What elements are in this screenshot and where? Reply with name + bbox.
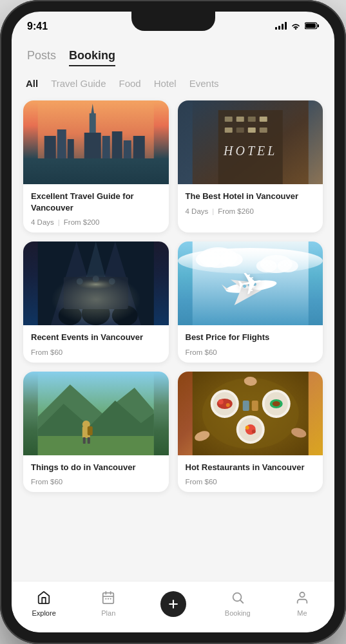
- card-body-3: Recent Events in Vancouver From $60: [23, 325, 169, 363]
- card-title-5: Things to do in Vancouver: [31, 462, 161, 473]
- card-body-1: Excellent Travel Guide for Vancouver 4 D…: [23, 184, 169, 232]
- card-title-3: Recent Events in Vancouver: [31, 332, 161, 343]
- nav-plan[interactable]: Plan: [76, 591, 140, 617]
- card-image-hotel: HOTEL: [178, 100, 323, 184]
- nav-plan-label: Plan: [101, 609, 115, 617]
- phone-screen: 9:41: [12, 12, 334, 632]
- card-price-4: From $60: [186, 348, 217, 356]
- add-button[interactable]: [160, 591, 186, 617]
- wifi-icon: [291, 22, 301, 30]
- card-meta-3: From $60: [31, 348, 161, 356]
- svg-rect-24: [236, 128, 244, 133]
- card-body-5: Things to do in Vancouver From $60: [23, 455, 169, 493]
- svg-rect-82: [242, 401, 249, 411]
- filter-events[interactable]: Events: [188, 75, 220, 91]
- svg-line-94: [240, 600, 243, 603]
- svg-point-52: [247, 283, 251, 287]
- nav-me-label: Me: [297, 609, 307, 617]
- card-meta-4: From $60: [186, 348, 316, 356]
- tab-posts[interactable]: Posts: [27, 49, 56, 66]
- svg-point-37: [77, 278, 83, 285]
- card-restaurants[interactable]: Hot Restaurants in Vancouver From $60: [178, 372, 323, 493]
- svg-point-36: [77, 278, 115, 289]
- filter-travel-guide[interactable]: Travel Guide: [50, 75, 107, 91]
- tab-booking[interactable]: Booking: [69, 49, 115, 66]
- card-meta-6: From $60: [186, 478, 316, 486]
- svg-point-39: [109, 278, 115, 285]
- svg-rect-16: [38, 162, 154, 163]
- card-image-vancouver-city: [23, 100, 169, 184]
- svg-rect-12: [112, 131, 122, 165]
- filter-hotel[interactable]: Hotel: [153, 75, 178, 91]
- svg-point-32: [59, 306, 82, 325]
- plan-icon: [101, 591, 115, 607]
- nav-booking[interactable]: Booking: [206, 591, 270, 617]
- svg-point-46: [277, 260, 298, 272]
- card-price-6: From $60: [186, 478, 217, 486]
- svg-point-95: [300, 592, 304, 597]
- header-tabs: Posts Booking: [12, 44, 334, 69]
- svg-point-34: [112, 305, 138, 325]
- svg-point-51: [242, 285, 246, 289]
- card-events[interactable]: Recent Events in Vancouver From $60: [23, 242, 169, 363]
- svg-point-45: [256, 260, 276, 272]
- svg-rect-13: [124, 140, 131, 165]
- svg-rect-2: [305, 23, 316, 28]
- svg-point-33: [82, 302, 110, 325]
- card-days-2: 4 Days: [186, 207, 209, 215]
- card-title-6: Hot Restaurants in Vancouver: [186, 462, 316, 473]
- svg-rect-61: [83, 437, 86, 444]
- svg-rect-21: [247, 117, 255, 122]
- card-price-1: From $200: [64, 218, 100, 226]
- svg-rect-6: [57, 129, 66, 165]
- main-content: Posts Booking All Travel Guide Food Hote…: [12, 44, 334, 632]
- svg-point-75: [272, 401, 280, 406]
- svg-rect-60: [88, 426, 93, 435]
- nav-add[interactable]: [140, 591, 205, 617]
- nav-explore[interactable]: Explore: [12, 591, 76, 617]
- card-mountains[interactable]: Things to do in Vancouver From $60: [23, 372, 169, 493]
- svg-rect-1: [318, 24, 319, 28]
- cards-grid: Excellent Travel Guide for Vancouver 4 D…: [12, 98, 334, 495]
- filter-all[interactable]: All: [24, 75, 39, 91]
- signal-icon: [275, 22, 287, 30]
- card-price-2: From $260: [218, 207, 254, 215]
- card-price-5: From $60: [31, 478, 62, 486]
- nav-explore-label: Explore: [32, 609, 55, 617]
- svg-rect-15: [38, 160, 154, 161]
- card-hotel[interactable]: HOTEL The Best Hotel in Vancouver 4 Days…: [178, 100, 323, 232]
- card-image-events: [23, 242, 169, 325]
- svg-point-53: [253, 282, 256, 286]
- svg-rect-25: [247, 128, 255, 133]
- filter-food[interactable]: Food: [117, 75, 142, 91]
- svg-rect-11: [102, 136, 110, 165]
- nav-me[interactable]: Me: [270, 591, 334, 617]
- svg-rect-7: [68, 139, 74, 165]
- svg-rect-14: [133, 136, 145, 165]
- svg-rect-26: [259, 128, 267, 133]
- bottom-nav: Explore Plan: [12, 581, 334, 632]
- svg-rect-62: [88, 437, 90, 444]
- card-meta-1: 4 Days | From $200: [31, 218, 161, 226]
- svg-point-41: [198, 247, 237, 268]
- person-icon: [295, 591, 309, 607]
- card-days-1: 4 Days: [31, 218, 54, 226]
- card-title-1: Excellent Travel Guide for Vancouver: [31, 191, 161, 213]
- svg-rect-83: [251, 401, 258, 411]
- nav-booking-label: Booking: [225, 609, 251, 617]
- card-body-6: Hot Restaurants in Vancouver From $60: [178, 455, 323, 493]
- svg-rect-22: [259, 117, 267, 122]
- card-meta-2: 4 Days | From $260: [186, 207, 316, 215]
- svg-rect-57: [38, 436, 154, 455]
- card-image-mountains: [23, 372, 169, 455]
- svg-point-43: [219, 252, 242, 267]
- card-vancouver-travel[interactable]: Excellent Travel Guide for Vancouver 4 D…: [23, 100, 169, 232]
- svg-point-93: [233, 593, 241, 601]
- card-flights[interactable]: Best Price for Flights From $60: [178, 242, 323, 363]
- svg-point-42: [195, 252, 221, 267]
- card-body-2: The Best Hotel in Vancouver 4 Days | Fro…: [178, 184, 323, 222]
- svg-rect-23: [224, 128, 232, 133]
- svg-rect-35: [64, 277, 128, 309]
- svg-rect-4: [38, 158, 154, 184]
- svg-point-38: [93, 276, 99, 282]
